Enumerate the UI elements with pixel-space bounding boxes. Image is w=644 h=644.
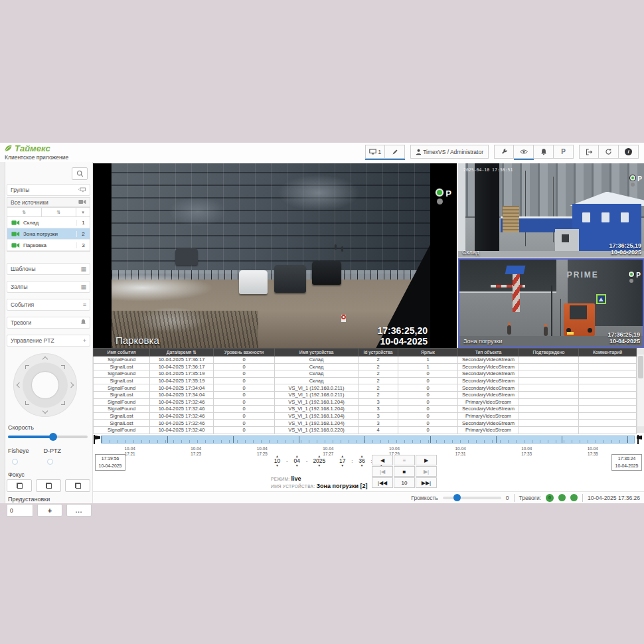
- groups-accordion-header[interactable]: Группы: [7, 184, 90, 196]
- event-row[interactable]: SignalFound10-04-2025 17:35:190Склад20Se…: [94, 370, 637, 378]
- ptz-up-right-icon[interactable]: [61, 365, 65, 369]
- all-sources-header[interactable]: Все источники: [7, 197, 90, 207]
- logout-button[interactable]: [579, 145, 599, 159]
- about-button[interactable]: i: [619, 145, 639, 159]
- search-button[interactable]: [72, 167, 88, 180]
- section-header-1[interactable]: Залпы▦: [7, 281, 90, 293]
- stop-button[interactable]: ■: [394, 466, 415, 477]
- ptz-left-icon[interactable]: [17, 382, 22, 388]
- focus-auto-button[interactable]: [36, 479, 61, 492]
- speed-slider-fill: [8, 436, 52, 438]
- event-row[interactable]: SignalLost10-04-2025 17:32:460VS_VI_1 (1…: [94, 412, 637, 420]
- ptz-down-icon[interactable]: [42, 408, 48, 414]
- speed-step-value[interactable]: 10: [394, 477, 415, 488]
- column-header-0[interactable]: Имя события: [94, 349, 150, 357]
- scrollbar-thumb[interactable]: [638, 356, 643, 378]
- column-header-6[interactable]: Тип объекта: [458, 349, 519, 357]
- event-row[interactable]: SignalLost10-04-2025 17:32:460VS_VI_1 (1…: [94, 420, 637, 427]
- tree-sort-column-1[interactable]: ⇅: [7, 208, 42, 216]
- column-header-5[interactable]: Ярлык: [398, 349, 458, 357]
- fisheye-radio[interactable]: [12, 459, 18, 465]
- section-header-4[interactable]: Управление PTZ+: [7, 335, 90, 347]
- jump-start-button[interactable]: |◀◀: [372, 477, 393, 488]
- event-cell: [519, 420, 579, 427]
- tree-sort-column-2[interactable]: ⇅: [42, 208, 76, 216]
- spinner-down-icon[interactable]: ▾: [318, 464, 320, 467]
- event-row[interactable]: SignalFound10-04-2025 17:32:460VS_VI_1 (…: [94, 398, 637, 406]
- timeline-start-flag-icon[interactable]: [93, 435, 100, 444]
- play-backward-button[interactable]: ◀: [372, 455, 393, 465]
- ptz-down-left-icon[interactable]: [25, 401, 29, 405]
- timeline-end-flag-icon[interactable]: [637, 435, 644, 444]
- tree-filter-dropdown[interactable]: ▾: [76, 208, 90, 216]
- tree-row-1[interactable]: Зона погрузки2: [7, 228, 90, 240]
- column-header-8[interactable]: Комментарий: [579, 349, 637, 357]
- layout-edit-button[interactable]: [385, 145, 405, 159]
- app-subtitle: Клиентское приложение: [5, 154, 68, 161]
- speed-slider[interactable]: [8, 436, 88, 438]
- step-forward-button[interactable]: ▶|: [416, 466, 437, 477]
- lens-mode-labels: Fisheye D-PTZ: [8, 447, 61, 454]
- refresh-button[interactable]: [599, 145, 619, 159]
- preset-more-button[interactable]: ...: [66, 504, 92, 517]
- section-header-3[interactable]: Тревоги: [7, 317, 90, 329]
- scroll-down-icon[interactable]: [637, 426, 644, 433]
- event-cell: [579, 363, 637, 370]
- column-header-4[interactable]: Id устройства: [359, 349, 398, 357]
- event-cell: 0: [398, 420, 458, 427]
- ptz-up-left-icon[interactable]: [25, 365, 29, 369]
- dptz-radio[interactable]: [47, 459, 53, 465]
- event-row[interactable]: SignalFound10-04-2025 17:36:170Склад21Se…: [94, 357, 637, 364]
- section-header-2[interactable]: События≡: [7, 299, 90, 311]
- spinner-down-icon[interactable]: ▾: [296, 464, 298, 467]
- preset-number-input[interactable]: 0: [7, 504, 33, 517]
- event-row[interactable]: SignalLost10-04-2025 17:36:170Склад21Sec…: [94, 363, 637, 370]
- event-row[interactable]: SignalLost10-04-2025 17:34:040VS_VI_1 (1…: [94, 391, 637, 398]
- camera-tile-sklad[interactable]: 2025-04-10 17:36:51 P Склад 17:36:25,19 …: [458, 163, 644, 258]
- preset-add-button[interactable]: +: [37, 504, 62, 517]
- column-header-2[interactable]: Уровень важности: [214, 349, 275, 357]
- pause-button[interactable]: ≡: [394, 455, 415, 465]
- camera-tile-zona-pogruzki[interactable]: PRIME P: [458, 258, 644, 348]
- volume-slider[interactable]: [443, 497, 501, 499]
- timeline[interactable]: [93, 435, 644, 445]
- tree-row-2[interactable]: Парковка3: [7, 240, 90, 251]
- ptz-up-icon[interactable]: [42, 357, 48, 362]
- column-header-1[interactable]: Дата/время ⇅: [150, 349, 214, 357]
- tree-row-0[interactable]: Склад1: [7, 217, 90, 228]
- view-mode-button[interactable]: [514, 145, 534, 159]
- event-row[interactable]: SignalLost10-04-2025 17:35:190Склад20Sec…: [94, 377, 637, 384]
- events-scrollbar[interactable]: [637, 348, 644, 433]
- jump-end-button[interactable]: ▶▶|: [416, 477, 437, 488]
- spinner-down-icon[interactable]: ▾: [361, 464, 363, 467]
- section-label: Залпы: [11, 283, 28, 290]
- ptz-down-right-icon[interactable]: [61, 401, 65, 405]
- step-backward-button[interactable]: |◀: [372, 466, 393, 477]
- payment-button[interactable]: Р: [554, 145, 574, 159]
- column-header-7[interactable]: Подтверждено: [519, 349, 579, 357]
- ptz-joystick[interactable]: [13, 353, 77, 417]
- monitor-select-button[interactable]: 1: [365, 145, 385, 159]
- focus-far-button[interactable]: [65, 479, 90, 492]
- alarm-panel-button[interactable]: [534, 145, 554, 159]
- column-header-3[interactable]: Имя устройства: [275, 349, 359, 357]
- timeline-bar[interactable]: [101, 436, 635, 443]
- play-forward-button[interactable]: ▶: [416, 455, 437, 465]
- ptz-right-icon[interactable]: [68, 382, 74, 388]
- section-header-0[interactable]: Шаблоны▦: [7, 263, 90, 275]
- focus-near-button[interactable]: [7, 479, 32, 492]
- spinner-down-icon[interactable]: ▾: [276, 464, 278, 467]
- event-row[interactable]: SignalFound10-04-2025 17:32:400VS_VI_1 (…: [94, 426, 637, 434]
- event-row[interactable]: SignalFound10-04-2025 17:34:040VS_VI_1 (…: [94, 384, 637, 392]
- settings-button[interactable]: [494, 145, 514, 159]
- volume-slider-knob[interactable]: [453, 494, 461, 501]
- speed-slider-knob[interactable]: [49, 433, 57, 441]
- user-button[interactable]: TimexVS / Administrator: [410, 145, 489, 159]
- alarm-count-badge[interactable]: 0: [546, 494, 554, 502]
- scroll-up-icon[interactable]: [637, 348, 644, 355]
- range-start-time: 17:19:56: [96, 455, 125, 463]
- spinner-down-icon[interactable]: ▾: [341, 464, 343, 467]
- event-row[interactable]: SignalFound10-04-2025 17:32:460VS_VI_1 (…: [94, 406, 637, 413]
- sidebar-collapse-strip[interactable]: [0, 162, 5, 503]
- camera-tile-parkovka[interactable]: P Парковка 17:36:25,20 10-04-2025: [93, 163, 457, 348]
